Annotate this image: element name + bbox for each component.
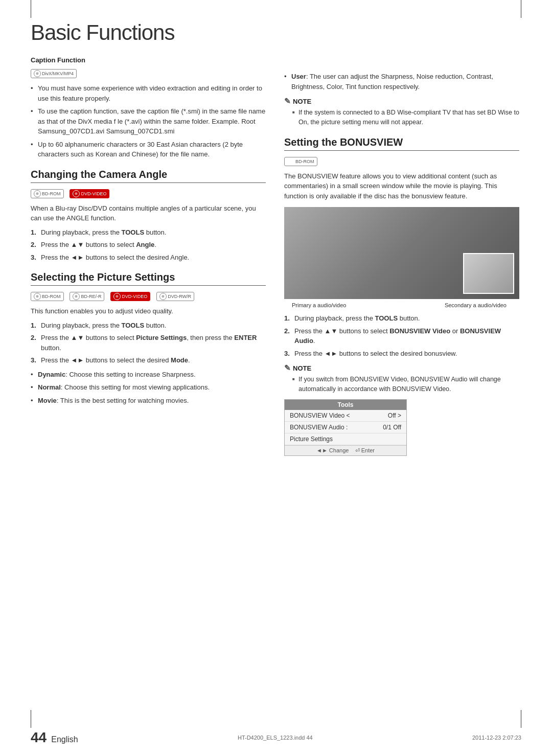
tools-row2-label: BONUSVIEW Audio : (290, 424, 348, 431)
picture-bdrer-icon: ⊕ (73, 293, 80, 300)
top-border-right (521, 0, 521, 18)
picture-badges: ⊕ BD-ROM ⊕ BD-RE/-R ⊕ DVD-VIDEO (31, 292, 194, 301)
picture-badge-dvdrw: ⊕ DVD-RW/R (156, 292, 194, 301)
tools-menu-row-1: BONUSVIEW Video < Off > (285, 410, 406, 422)
camera-step-3: 3. Press the ◄► buttons to select the de… (31, 253, 266, 263)
tools-menu-footer: ◄► Change ⏎ Enter (285, 445, 406, 455)
right-column: User: The user can adjust the Sharpness,… (284, 56, 519, 456)
camera-intro: When a Blu-ray Disc/DVD contains multipl… (31, 203, 266, 223)
bonusview-bdrom-icon: ⊕ (287, 158, 294, 165)
page-title: Basic Functions (31, 20, 521, 45)
bottom-border-left (31, 710, 31, 728)
user-bullet-list: User: The user can adjust the Sharpness,… (284, 72, 519, 91)
picture-step-2: 2. Press the ▲▼ buttons to select Pictur… (31, 333, 266, 353)
picture-step-1: 1. During playback, press the TOOLS butt… (31, 320, 266, 331)
caption-section: Caption Function ⊕ DivX/MKV/MP4 You must… (31, 56, 266, 159)
picture-dvdrw-icon: ⊕ (159, 293, 167, 300)
bonusview-note-text: If you switch from BONUSVIEW Video, BONU… (292, 375, 519, 394)
picture-note-text: If the system is connected to a BD Wise-… (292, 108, 519, 127)
bonusview-intro: The BONUSVIEW feature allows you to view… (284, 171, 519, 201)
picture-section: Selecting the Picture Settings ⊕ BD-ROM … (31, 271, 266, 405)
caption-section-title: Caption Function (31, 56, 266, 64)
camera-badge-dvd: ⊕ DVD-VIDEO (70, 189, 109, 198)
top-border-left (31, 0, 31, 18)
bonusview-badge: ⊕ BD-ROM (284, 157, 317, 166)
picture-steps: 1. During playback, press the TOOLS butt… (31, 320, 266, 365)
bonusview-note: ✎ NOTE If you switch from BONUSVIEW Vide… (284, 363, 519, 394)
picture-dvd-icon: ⊕ (113, 293, 121, 300)
dvd-icon: ⊕ (73, 190, 80, 197)
picture-note-list: If the system is connected to a BD Wise-… (284, 108, 519, 127)
footer-left: HT-D4200_ELS_1223.indd 44 (238, 735, 313, 741)
tools-row1-label: BONUSVIEW Video < (290, 412, 350, 419)
picture-badge-dvd: ⊕ DVD-VIDEO (110, 292, 150, 301)
picture-subbullets: Dynamic: Choose this setting to increase… (31, 370, 266, 406)
camera-badge-bdrom: ⊕ BD-ROM (31, 189, 64, 198)
page-container: Basic Functions Caption Function ⊕ DivX/… (0, 0, 552, 756)
bonusview-steps: 1. During playback, press the TOOLS butt… (284, 313, 519, 358)
camera-step-1: 1. During playback, press the TOOLS butt… (31, 227, 266, 238)
camera-section: Changing the Camera Angle ⊕ BD-ROM ⊕ DVD… (31, 169, 266, 263)
caption-badge-container: ⊕ DivX/MKV/MP4 (31, 69, 77, 78)
picture-intro: This function enables you to adjust vide… (31, 306, 266, 316)
secondary-label: Secondary a audio/video (445, 302, 507, 308)
picture-step-3: 3. Press the ◄► buttons to select the de… (31, 355, 266, 365)
picture-note-title: ✎ NOTE (284, 97, 519, 106)
tools-menu-row-2: BONUSVIEW Audio : 0/1 Off (285, 422, 406, 433)
bonusview-note-title: ✎ NOTE (284, 363, 519, 373)
bonusview-step-2: 2. Press the ▲▼ buttons to select BONUSV… (284, 326, 519, 346)
picture-badge-bdrom: ⊕ BD-ROM (31, 292, 64, 301)
primary-label: Primary a audio/video (292, 302, 346, 308)
bonusview-step-1: 1. During playback, press the TOOLS butt… (284, 313, 519, 324)
caption-badge-icon: ⊕ (34, 70, 41, 77)
language-label: English (51, 735, 78, 744)
picture-bdrom-icon: ⊕ (34, 293, 41, 300)
bdrom-icon: ⊕ (34, 190, 41, 197)
caption-bullet-3: Up to 60 alphanumeric characters or 30 E… (31, 140, 266, 159)
page-bottom: 44 English HT-D4200_ELS_1223.indd 44 201… (31, 729, 521, 746)
tools-row1-value: Off > (388, 412, 401, 419)
picture-section-heading: Selecting the Picture Settings (31, 271, 266, 286)
tools-menu: Tools BONUSVIEW Video < Off > BONUSVIEW … (284, 399, 407, 456)
camera-section-heading: Changing the Camera Angle (31, 169, 266, 183)
page-number: 44 (31, 729, 47, 745)
page-number-area: 44 English (31, 729, 78, 746)
bottom-border-right (521, 710, 521, 728)
bonusview-step-3: 3. Press the ◄► buttons to select the de… (284, 349, 519, 359)
caption-bullet-2: To use the caption function, save the ca… (31, 106, 266, 136)
bonusview-note-icon: ✎ (284, 363, 291, 373)
two-column-layout: Caption Function ⊕ DivX/MKV/MP4 You must… (31, 56, 521, 456)
caption-bullet-1: You must have some experience with video… (31, 83, 266, 103)
picture-bullet-movie: Movie: This is the best setting for watc… (31, 396, 266, 406)
picture-badge-bdrer: ⊕ BD-RE/-R (70, 292, 104, 301)
tools-menu-title: Tools (285, 400, 406, 410)
bonusview-image (284, 207, 519, 299)
user-bullet: User: The user can adjust the Sharpness,… (284, 72, 519, 91)
bonusview-note-list: If you switch from BONUSVIEW Video, BONU… (284, 375, 519, 394)
picture-bullet-dynamic: Dynamic: Choose this setting to increase… (31, 370, 266, 380)
note-pencil-icon: ✎ (284, 97, 291, 106)
picture-note: ✎ NOTE If the system is connected to a B… (284, 97, 519, 127)
tools-row2-value: 0/1 Off (383, 424, 401, 431)
caption-bullets: You must have some experience with video… (31, 83, 266, 159)
secondary-image-area (463, 253, 514, 294)
tools-menu-row-3: Picture Settings (285, 433, 406, 445)
footer-right: 2011-12-23 2:07:23 (472, 735, 521, 741)
caption-badge-label: DivX/MKV/MP4 (42, 71, 74, 76)
tools-row3-label: Picture Settings (290, 436, 333, 443)
left-column: Caption Function ⊕ DivX/MKV/MP4 You must… (31, 56, 266, 456)
camera-badges: ⊕ BD-ROM ⊕ DVD-VIDEO (31, 189, 109, 198)
bonusview-badge-container: ⊕ BD-ROM (284, 157, 317, 166)
bonusview-section: Setting the BONUSVIEW ⊕ BD-ROM The BONUS… (284, 136, 519, 456)
caption-badge: ⊕ DivX/MKV/MP4 (31, 69, 77, 78)
camera-steps: 1. During playback, press the TOOLS butt… (31, 227, 266, 263)
picture-bullet-normal: Normal: Choose this setting for most vie… (31, 382, 266, 393)
bonusview-heading: Setting the BONUSVIEW (284, 136, 519, 151)
camera-step-2: 2. Press the ▲▼ buttons to select Angle. (31, 240, 266, 250)
bonusview-image-labels: Primary a audio/video Secondary a audio/… (284, 302, 519, 308)
